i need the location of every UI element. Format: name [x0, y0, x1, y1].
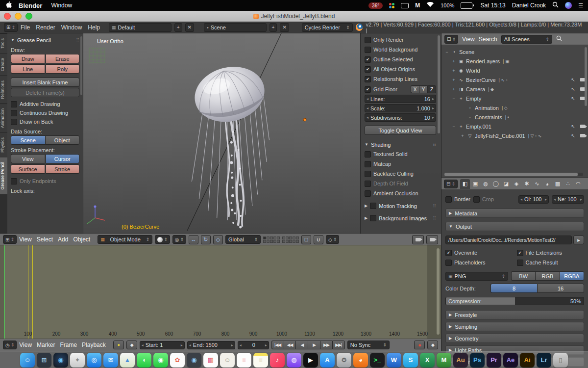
outliner-row-empty[interactable]: − + Empty ↖ [441, 94, 588, 103]
siri-icon[interactable] [565, 2, 572, 9]
dock-icon-launchpad[interactable]: ✦ [70, 353, 85, 368]
spotlight-search-icon[interactable] [552, 1, 559, 9]
expander-icon[interactable]: − [451, 124, 456, 129]
dock-icon-music[interactable]: ♪ [270, 353, 285, 368]
dock-icon-messages[interactable]: ◖ [137, 353, 151, 368]
outliner-row-jellyfish2-cube001[interactable]: + ▽ JellyFish2_Cube.001 | ▽ ◦ ∿ ↖ [441, 131, 588, 140]
outliner-view-menu[interactable]: View [462, 36, 475, 43]
stroke-placement-toggle[interactable]: Cursor [46, 154, 80, 163]
timeline-scrollbar[interactable] [437, 248, 440, 335]
outliner-vertical-scrollbar[interactable] [585, 47, 587, 106]
outliner-display-mode-selector[interactable]: All Scenes⇕ [501, 35, 552, 44]
grid-axis-toggle[interactable]: Z [427, 85, 436, 93]
playback-transport-button[interactable]: ◀ [295, 341, 308, 349]
info-editor-type-button[interactable]: ⊞⇕ [4, 23, 18, 32]
menu-bar-clock[interactable]: Sat 15:13 [480, 2, 505, 9]
restrict-select-icon[interactable]: ↖ [571, 133, 575, 138]
dock-icon-premiere[interactable]: Pr [487, 353, 501, 368]
app-menu-blender[interactable]: Blender [19, 2, 42, 9]
frame-start-field[interactable]: ◂Start: 1▸ [140, 341, 185, 349]
grid-axis-toggle[interactable]: Y [419, 85, 427, 93]
restrict-select-icon[interactable]: ↖ [571, 86, 575, 92]
file-format-selector[interactable]: ▣PNG⇕ [445, 272, 508, 281]
info-menu-item[interactable]: Window [61, 24, 82, 31]
collapsed-section-header[interactable]: ▶Geometry [445, 334, 584, 343]
snap-toggle[interactable]: ∪ [314, 235, 323, 244]
ol-field[interactable]: ◂Ol: 100▸ [518, 195, 549, 204]
color-mode-toggle[interactable]: BW [511, 271, 535, 281]
playback-transport-button[interactable]: ▶ [308, 341, 320, 349]
expander-icon[interactable]: − [444, 50, 449, 54]
gp-option-checkbox[interactable]: Draw on Back [11, 117, 79, 126]
dock-icon-blender[interactable]: ◕ [353, 353, 368, 368]
shading-option-checkbox[interactable]: Ambient Occlusion [365, 188, 436, 198]
outliner-horizontal-scrollbar[interactable] [444, 173, 583, 176]
timeline-editor[interactable]: 1002003004005006007008009001000110012001… [0, 245, 441, 339]
render-layers-tab-icon[interactable]: ▣ [470, 179, 480, 189]
display-option-checkbox[interactable]: Only Render [365, 35, 436, 45]
viewport-menu-item[interactable]: Select [37, 236, 53, 243]
panel-grip-icon[interactable]: ⠿ [433, 142, 436, 147]
tool-shelf-tab[interactable]: Create [0, 53, 7, 76]
properties-editor-type-button[interactable]: ⊟⇕ [444, 180, 458, 188]
collapsed-section-header[interactable]: ▶Sampling [445, 322, 584, 331]
playback-transport-button[interactable]: |◀◀ [271, 341, 284, 349]
viewport-menu-item[interactable]: View [19, 236, 32, 243]
tool-shelf-tab[interactable]: Physics [0, 132, 7, 157]
screen-layout-selector[interactable]: ▦Default [109, 23, 172, 32]
wifi-icon[interactable] [426, 2, 434, 9]
timeline-menu-item[interactable]: Frame [60, 342, 77, 348]
color-mode-toggle[interactable]: RGB [535, 271, 559, 281]
dock-icon-green-m-app[interactable]: M [437, 353, 451, 368]
info-menu-item[interactable]: Render [36, 24, 55, 31]
output-path-field[interactable]: /Users/DanielCrook/Doc...t/Renders/Motio… [445, 236, 572, 244]
mode-selector[interactable]: ▦Object Mode⇕ [98, 235, 152, 244]
tool-shelf-tab[interactable]: Tools [0, 33, 7, 53]
display-option-checkbox[interactable]: ✔All Object Origins [365, 64, 436, 74]
restrict-select-icon[interactable]: ↖ [571, 96, 575, 101]
display-option-checkbox[interactable]: ✔Outline Selected [365, 54, 436, 64]
render-tab-icon[interactable]: ◧ [460, 179, 470, 189]
color-depth-toggle[interactable]: 16 [537, 284, 584, 293]
modifiers-tab-icon[interactable]: ✱ [522, 179, 532, 189]
dock-icon-excel[interactable]: X [420, 353, 435, 368]
outliner-row-renderlayers[interactable]: + ▣ RenderLayers | ▣ ↖ [441, 56, 588, 66]
outliner-filter-search-icon[interactable] [556, 35, 562, 43]
object-data-tab-icon[interactable]: ∿ [532, 179, 542, 189]
outliner-row-camera[interactable]: + ◨ Camera | ◆ ↖ [441, 84, 588, 94]
expander-icon[interactable]: + [451, 87, 456, 92]
restrict-render-icon[interactable] [580, 125, 585, 128]
pivot-point-selector[interactable]: ◎⇕ [172, 235, 186, 244]
sync-mode-selector[interactable]: No Sync⇕ [347, 341, 390, 349]
record-button[interactable]: ● [414, 341, 425, 349]
dock-icon-app-store[interactable]: A [320, 353, 335, 368]
rotate-manipulator-toggle[interactable]: ↻ [201, 235, 211, 244]
gp-line-button[interactable]: Line [11, 64, 45, 74]
transform-orientation-selector[interactable]: Global⇕ [225, 235, 261, 244]
panel-grip-icon[interactable]: ⠿ [76, 38, 79, 43]
output-option-checkbox[interactable]: Cache Result [517, 258, 585, 267]
collapsed-section-header[interactable]: ▶Freestyle [445, 310, 584, 319]
dock-icon-tv[interactable]: ▶ [303, 353, 318, 368]
dock-icon-finder[interactable]: ☺ [20, 353, 35, 368]
outliner-row-scene[interactable]: − • Scene ↖ [441, 47, 588, 56]
border-checkbox[interactable]: Border [445, 195, 470, 204]
outliner-row-animation[interactable]: ◦ Animation | ◇ ↖ [441, 103, 588, 112]
gp-draw-button[interactable]: Draw [11, 54, 45, 63]
viewport-shading-selector[interactable]: ⇕ [155, 235, 170, 244]
output-option-checkbox[interactable]: ✔File Extensions [517, 248, 585, 257]
user-name[interactable]: Daniel Crook [512, 2, 546, 9]
data-source-toggle[interactable]: Scene [11, 135, 45, 145]
keying-set-button[interactable]: ◆ [126, 341, 137, 349]
expander-icon[interactable]: + [460, 133, 465, 138]
lock-to-scene-toggle[interactable]: □ [301, 235, 311, 244]
crop-checkbox[interactable]: Crop [473, 195, 494, 204]
dock-icon-safari[interactable]: ◎ [87, 353, 101, 368]
browse-output-folder-button[interactable]: ▸ [573, 236, 584, 244]
grease-pencil-panel-header[interactable]: ▼ Grease Pencil ⠿ [11, 35, 79, 45]
panel-enable-checkbox[interactable] [370, 215, 376, 221]
shading-option-checkbox[interactable]: Textured Solid [365, 149, 436, 159]
timeline-menu-item[interactable]: View [19, 342, 32, 348]
output-section-header[interactable]: ▼Output [445, 222, 584, 231]
scene-selector[interactable]: •Scene [204, 23, 267, 32]
